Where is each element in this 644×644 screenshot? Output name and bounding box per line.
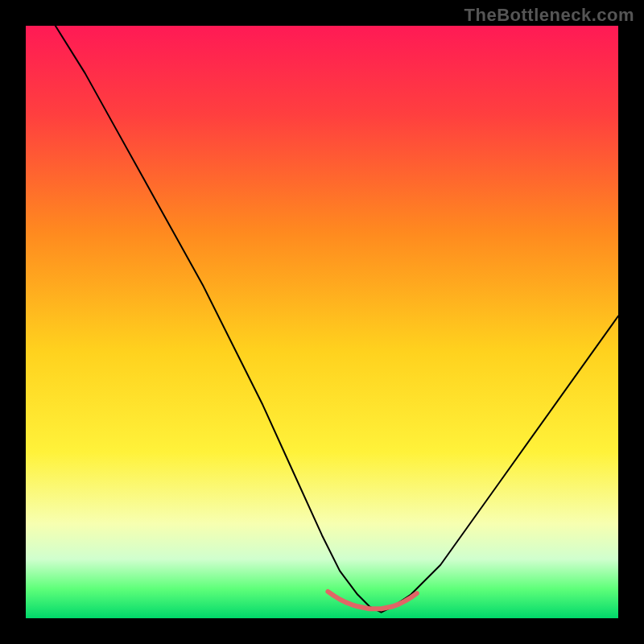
chart-svg	[26, 26, 618, 618]
watermark-label: TheBottleneck.com	[464, 5, 634, 26]
gradient-background	[26, 26, 618, 618]
chart-frame: TheBottleneck.com	[0, 0, 644, 644]
plot-area	[26, 26, 618, 618]
